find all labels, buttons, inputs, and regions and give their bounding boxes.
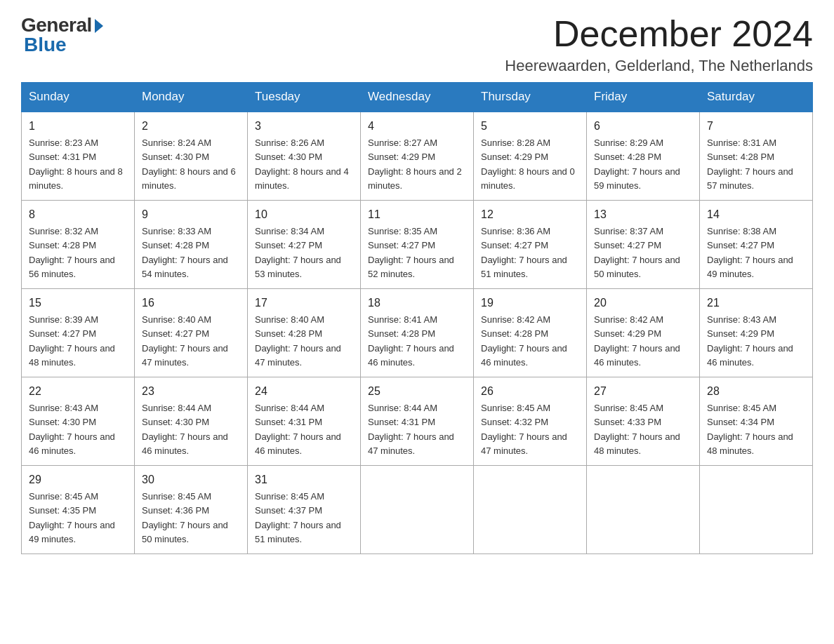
day-number: 1 [29,118,127,135]
calendar-cell: 3Sunrise: 8:26 AMSunset: 4:30 PMDaylight… [248,112,361,201]
day-number: 20 [594,295,692,311]
calendar-cell: 26Sunrise: 8:45 AMSunset: 4:32 PMDayligh… [474,377,587,466]
calendar-cell: 24Sunrise: 8:44 AMSunset: 4:31 PMDayligh… [248,377,361,466]
calendar-cell [474,466,587,554]
calendar-cell: 7Sunrise: 8:31 AMSunset: 4:28 PMDaylight… [700,112,813,201]
day-number: 31 [255,471,353,488]
calendar-cell: 13Sunrise: 8:37 AMSunset: 4:27 PMDayligh… [587,201,700,289]
day-info: Sunrise: 8:45 AMSunset: 4:34 PMDaylight:… [707,403,793,456]
day-number: 22 [29,383,127,400]
day-info: Sunrise: 8:44 AMSunset: 4:31 PMDaylight:… [368,403,454,456]
title-area: December 2024 Heerewaarden, Gelderland, … [505,14,813,75]
week-row-4: 22Sunrise: 8:43 AMSunset: 4:30 PMDayligh… [22,377,813,466]
day-info: Sunrise: 8:41 AMSunset: 4:28 PMDaylight:… [368,314,454,368]
header: General Blue December 2024 Heerewaarden,… [21,14,813,75]
calendar-cell: 22Sunrise: 8:43 AMSunset: 4:30 PMDayligh… [22,377,135,466]
day-info: Sunrise: 8:31 AMSunset: 4:28 PMDaylight:… [707,137,793,191]
calendar-cell: 27Sunrise: 8:45 AMSunset: 4:33 PMDayligh… [587,377,700,466]
day-info: Sunrise: 8:39 AMSunset: 4:27 PMDaylight:… [29,314,115,368]
day-info: Sunrise: 8:35 AMSunset: 4:27 PMDaylight:… [368,226,454,279]
calendar-cell: 15Sunrise: 8:39 AMSunset: 4:27 PMDayligh… [22,289,135,377]
day-number: 17 [255,295,353,311]
logo: General Blue [21,14,103,56]
calendar-cell [700,466,813,554]
day-info: Sunrise: 8:43 AMSunset: 4:30 PMDaylight:… [29,403,115,456]
day-number: 13 [594,206,692,223]
calendar-cell [361,466,474,554]
day-info: Sunrise: 8:33 AMSunset: 4:28 PMDaylight:… [142,226,228,279]
calendar-cell: 19Sunrise: 8:42 AMSunset: 4:28 PMDayligh… [474,289,587,377]
calendar-cell: 29Sunrise: 8:45 AMSunset: 4:35 PMDayligh… [22,466,135,554]
day-number: 25 [368,383,466,400]
calendar-cell: 28Sunrise: 8:45 AMSunset: 4:34 PMDayligh… [700,377,813,466]
col-header-wednesday: Wednesday [361,83,474,112]
col-header-sunday: Sunday [22,83,135,112]
day-number: 16 [142,295,240,311]
location-subtitle: Heerewaarden, Gelderland, The Netherland… [505,57,813,75]
day-info: Sunrise: 8:26 AMSunset: 4:30 PMDaylight:… [255,137,349,191]
calendar-cell: 8Sunrise: 8:32 AMSunset: 4:28 PMDaylight… [22,201,135,289]
day-number: 12 [481,206,579,223]
calendar-cell: 20Sunrise: 8:42 AMSunset: 4:29 PMDayligh… [587,289,700,377]
calendar-cell: 23Sunrise: 8:44 AMSunset: 4:30 PMDayligh… [135,377,248,466]
day-info: Sunrise: 8:44 AMSunset: 4:30 PMDaylight:… [142,403,228,456]
calendar-cell [587,466,700,554]
calendar-cell: 25Sunrise: 8:44 AMSunset: 4:31 PMDayligh… [361,377,474,466]
day-info: Sunrise: 8:42 AMSunset: 4:28 PMDaylight:… [481,314,567,368]
col-header-friday: Friday [587,83,700,112]
col-header-saturday: Saturday [700,83,813,112]
calendar-cell: 9Sunrise: 8:33 AMSunset: 4:28 PMDaylight… [135,201,248,289]
day-number: 11 [368,206,466,223]
day-number: 28 [707,383,805,400]
day-number: 15 [29,295,127,311]
calendar-cell: 10Sunrise: 8:34 AMSunset: 4:27 PMDayligh… [248,201,361,289]
day-info: Sunrise: 8:23 AMSunset: 4:31 PMDaylight:… [29,137,123,191]
col-header-monday: Monday [135,83,248,112]
day-info: Sunrise: 8:45 AMSunset: 4:37 PMDaylight:… [255,491,341,544]
day-number: 14 [707,206,805,223]
day-number: 9 [142,206,240,223]
calendar-cell: 16Sunrise: 8:40 AMSunset: 4:27 PMDayligh… [135,289,248,377]
col-header-thursday: Thursday [474,83,587,112]
day-info: Sunrise: 8:29 AMSunset: 4:28 PMDaylight:… [594,137,680,191]
day-info: Sunrise: 8:44 AMSunset: 4:31 PMDaylight:… [255,403,341,456]
day-info: Sunrise: 8:45 AMSunset: 4:32 PMDaylight:… [481,403,567,456]
day-info: Sunrise: 8:24 AMSunset: 4:30 PMDaylight:… [142,137,236,191]
calendar-cell: 4Sunrise: 8:27 AMSunset: 4:29 PMDaylight… [361,112,474,201]
calendar-table: SundayMondayTuesdayWednesdayThursdayFrid… [21,82,813,554]
day-info: Sunrise: 8:43 AMSunset: 4:29 PMDaylight:… [707,314,793,368]
calendar-cell: 11Sunrise: 8:35 AMSunset: 4:27 PMDayligh… [361,201,474,289]
day-info: Sunrise: 8:42 AMSunset: 4:29 PMDaylight:… [594,314,680,368]
day-number: 18 [368,295,466,311]
day-number: 10 [255,206,353,223]
day-number: 26 [481,383,579,400]
day-number: 3 [255,118,353,135]
week-row-2: 8Sunrise: 8:32 AMSunset: 4:28 PMDaylight… [22,201,813,289]
calendar-cell: 31Sunrise: 8:45 AMSunset: 4:37 PMDayligh… [248,466,361,554]
calendar-cell: 1Sunrise: 8:23 AMSunset: 4:31 PMDaylight… [22,112,135,201]
day-info: Sunrise: 8:38 AMSunset: 4:27 PMDaylight:… [707,226,793,279]
day-number: 19 [481,295,579,311]
week-row-1: 1Sunrise: 8:23 AMSunset: 4:31 PMDaylight… [22,112,813,201]
calendar-cell: 17Sunrise: 8:40 AMSunset: 4:28 PMDayligh… [248,289,361,377]
col-header-tuesday: Tuesday [248,83,361,112]
day-number: 8 [29,206,127,223]
day-number: 5 [481,118,579,135]
day-number: 2 [142,118,240,135]
logo-triangle-icon [95,19,103,33]
day-number: 30 [142,471,240,488]
calendar-cell: 5Sunrise: 8:28 AMSunset: 4:29 PMDaylight… [474,112,587,201]
day-info: Sunrise: 8:40 AMSunset: 4:28 PMDaylight:… [255,314,341,368]
calendar-cell: 30Sunrise: 8:45 AMSunset: 4:36 PMDayligh… [135,466,248,554]
calendar-cell: 21Sunrise: 8:43 AMSunset: 4:29 PMDayligh… [700,289,813,377]
calendar-cell: 6Sunrise: 8:29 AMSunset: 4:28 PMDaylight… [587,112,700,201]
day-number: 24 [255,383,353,400]
day-info: Sunrise: 8:36 AMSunset: 4:27 PMDaylight:… [481,226,567,279]
calendar-cell: 2Sunrise: 8:24 AMSunset: 4:30 PMDaylight… [135,112,248,201]
month-title: December 2024 [505,14,813,54]
day-number: 27 [594,383,692,400]
day-info: Sunrise: 8:34 AMSunset: 4:27 PMDaylight:… [255,226,341,279]
day-number: 23 [142,383,240,400]
calendar-cell: 12Sunrise: 8:36 AMSunset: 4:27 PMDayligh… [474,201,587,289]
calendar-cell: 14Sunrise: 8:38 AMSunset: 4:27 PMDayligh… [700,201,813,289]
